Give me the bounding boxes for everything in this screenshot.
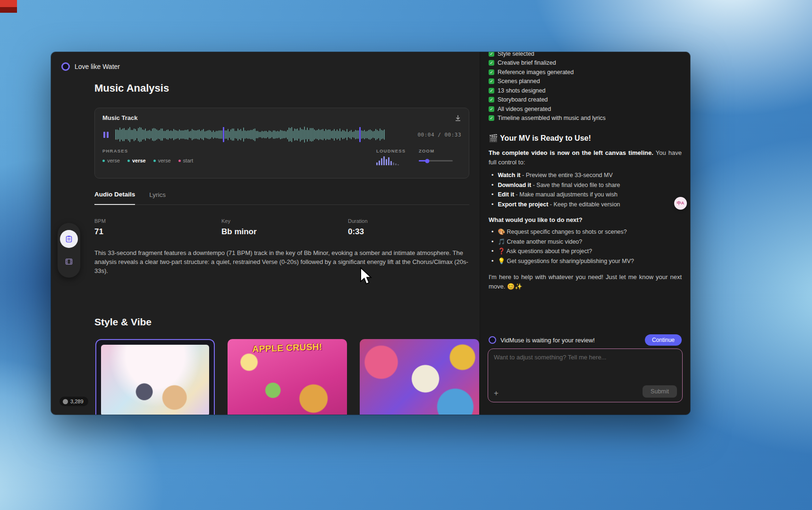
action-list: Watch it - Preview the entire 33-second … [489, 170, 682, 209]
side-toolbar [58, 223, 80, 278]
analysis-description: This 33-second fragment features a downt… [94, 248, 468, 275]
zoom-slider-thumb[interactable] [425, 159, 430, 163]
style-card-3-image [360, 339, 479, 415]
review-status-row: VidMuse is waiting for your review! Cont… [489, 334, 682, 346]
notes-panel-button[interactable] [60, 230, 78, 248]
phrase-dot [153, 160, 156, 162]
action-item: Download it - Save the final video file … [491, 180, 682, 190]
phrase-chip-verse-1[interactable]: verse [102, 158, 120, 163]
pause-button[interactable] [102, 131, 110, 139]
suggestion-item: 💡 Get suggestions for sharing/publishing… [491, 256, 682, 266]
download-icon[interactable] [455, 115, 461, 121]
credits-count: 3,289 [70, 399, 84, 404]
style-card-row: APPLE CRUSH! [95, 339, 479, 415]
checklist-item: Storyboard created [489, 95, 682, 105]
closing-message: I'm here to help with whatever you need!… [489, 272, 682, 291]
loudness-meter [376, 156, 419, 165]
action-item: Watch it - Preview the entire 33-second … [491, 170, 682, 180]
tab-audio-details[interactable]: Audio Details [94, 191, 135, 205]
detail-tabs: Audio Details Lyrics [94, 191, 469, 205]
chat-input[interactable] [494, 354, 677, 385]
action-item: Edit it - Make manual adjustments if you… [491, 190, 682, 200]
progress-checklist: Style selected Creative brief finalized … [489, 52, 682, 123]
phrase-dot [102, 160, 105, 162]
phrase-chip-verse-2[interactable]: verse [127, 158, 146, 163]
audio-stats: BPM 71 Key Bb minor Duration 0:33 [94, 218, 368, 237]
chat-input-box: + Submit [488, 348, 683, 402]
submit-button[interactable]: Submit [643, 385, 677, 398]
ready-intro: The complete video is now on the left ca… [489, 148, 682, 167]
phrase-chip-start[interactable]: start [178, 158, 193, 163]
music-track-card: Music Track 00:04 / 00:33 PHRASES verse [94, 108, 469, 178]
style-card-2[interactable]: APPLE CRUSH! [228, 339, 347, 415]
ready-heading: 🎬 Your MV is Ready to Use! [489, 134, 682, 143]
checklist-item: Reference images generated [489, 68, 682, 77]
app-header: Love like Water [61, 62, 120, 71]
project-title: Love like Water [75, 63, 120, 70]
style-card-3[interactable] [360, 339, 479, 415]
suggestion-item: 🎨 Request specific changes to shots or s… [491, 227, 682, 237]
phrase-dot [178, 160, 181, 162]
checklist-item: Style selected [489, 52, 682, 59]
phrases-label: PHRASES [102, 148, 376, 153]
assistant-panel: Style selected Creative brief finalized … [480, 52, 690, 415]
continue-button[interactable]: Continue [645, 334, 682, 346]
style-vibe-heading: Style & Vibe [94, 316, 152, 328]
language-toggle-button[interactable]: 中A [674, 197, 687, 210]
zoom-slider[interactable] [419, 160, 453, 162]
style-card-1-image [101, 345, 209, 415]
loudness-label: LOUDNESS [376, 148, 419, 153]
suggestion-item: ❓ Ask questions about the project? [491, 246, 682, 256]
suggestion-list: 🎨 Request specific changes to shots or s… [489, 227, 682, 266]
credits-badge[interactable]: 3,289 [59, 397, 88, 406]
track-title: Music Track [102, 114, 137, 121]
status-text: VidMuse is waiting for your review! [500, 337, 595, 344]
check-icon [489, 78, 494, 84]
stat-bpm: BPM 71 [94, 218, 221, 237]
checklist-item: Scenes planned [489, 77, 682, 86]
time-display: 00:04 / 00:33 [417, 132, 461, 138]
style-card-1[interactable] [95, 339, 215, 415]
stat-key: Key Bb minor [221, 218, 348, 237]
film-icon [65, 258, 73, 265]
check-icon [489, 115, 494, 121]
next-steps-heading: What would you like to do next? [489, 216, 682, 223]
page-title: Music Analysis [94, 82, 169, 94]
check-icon [489, 52, 494, 57]
phrase-row: verse verse verse start [102, 158, 376, 163]
clipboard-icon [65, 235, 73, 243]
screen-recording-indicator [0, 0, 17, 13]
checklist-item: Creative brief finalized [489, 59, 682, 68]
vidmuse-logo-icon [489, 336, 496, 344]
suggestion-item: 🎵 Create another music video? [491, 237, 682, 247]
checklist-item: Timeline assembled with music and lyrics [489, 114, 682, 123]
check-icon [489, 88, 494, 94]
stat-duration: Duration 0:33 [348, 218, 368, 237]
checklist-item: 13 shots designed [489, 86, 682, 95]
check-icon [489, 106, 494, 112]
phrase-dot [127, 160, 130, 162]
app-window: Love like Water Music Analysis Music Tra… [51, 52, 690, 415]
tab-lyrics[interactable]: Lyrics [149, 191, 166, 204]
check-icon [489, 69, 494, 75]
check-icon [489, 60, 494, 66]
storyboard-panel-button[interactable] [60, 253, 78, 271]
main-area: Love like Water Music Analysis Music Tra… [51, 52, 480, 415]
credits-icon [63, 399, 68, 404]
waveform[interactable] [115, 126, 412, 143]
zoom-label: ZOOM [419, 148, 461, 153]
app-logo-icon [61, 62, 70, 71]
phrase-chip-verse-3[interactable]: verse [153, 158, 171, 163]
action-item: Export the project - Keep the editable v… [491, 200, 682, 210]
checklist-item: All videos generated [489, 104, 682, 114]
attach-button[interactable]: + [494, 389, 499, 398]
check-icon [489, 97, 494, 102]
